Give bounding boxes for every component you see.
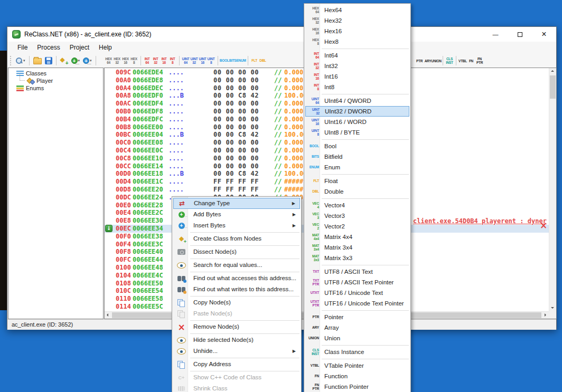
- toolbar-type-enum[interactable]: ENUM: [237, 58, 246, 63]
- toolbar-type-flt[interactable]: FLT: [250, 58, 259, 63]
- type-menu-item-matrix-3x3[interactable]: MAT3x3Matrix 3x3: [305, 253, 409, 263]
- context-menu-item-hide-selected-node-s[interactable]: Hide selected Node(s): [173, 334, 300, 346]
- type-menu-item-hex16[interactable]: HEX16Hex16: [305, 26, 409, 36]
- type-menu-item-matrix-4x4[interactable]: MAT4x4Matrix 4x4: [305, 232, 409, 242]
- type-menu-item-utf16-unicode-text-pointer[interactable]: UTXTPTRUTF16 / Unicode Text Pointer: [305, 298, 409, 309]
- type-menu-item-array[interactable]: ARYArray: [305, 322, 409, 333]
- toolbar-type-uint32[interactable]: UINT32: [190, 56, 199, 65]
- type-menu-item-vector4[interactable]: VEC4Vector4: [305, 200, 409, 211]
- type-menu-item-int16[interactable]: INT16Int16: [305, 71, 409, 82]
- type-menu-item-vtable-pointer[interactable]: VTBLVTable Pointer: [305, 360, 409, 371]
- context-menu-item-dissect-node-s[interactable]: Dissect Node(s): [173, 246, 300, 257]
- toolbar-type-hex64[interactable]: HEX64: [105, 56, 113, 65]
- context-menu-item-create-class-from-nodes[interactable]: Create Class from Nodes: [173, 233, 300, 244]
- context-menu-item-change-type[interactable]: Change Type▶: [173, 198, 300, 209]
- type-menu-item-vector3[interactable]: VEC3Vector3: [305, 211, 409, 221]
- toolbar-type-uint8[interactable]: UINT8: [207, 56, 216, 65]
- type-menu-item-enum[interactable]: ENUMEnum: [305, 162, 409, 173]
- context-menu-item-add-bytes[interactable]: Add Bytes▶: [173, 209, 300, 220]
- type-menu-item-uint8-byte[interactable]: UINT8UInt8 / BYTE: [305, 127, 409, 138]
- type-menu-item-uint16-word[interactable]: UINT16UInt16 / WORD: [305, 117, 409, 127]
- toolbar-type-bool[interactable]: BOOL: [220, 58, 229, 63]
- type-menu-item-double[interactable]: DBLDouble: [305, 186, 409, 197]
- save-project-button[interactable]: [43, 54, 54, 67]
- type-menu-item-int8[interactable]: INT8Int8: [305, 82, 409, 92]
- menu-process[interactable]: Process: [32, 42, 64, 53]
- toolbar-type-int8[interactable]: INT8: [168, 56, 177, 65]
- toolbar-type-bits[interactable]: BITS: [229, 58, 237, 63]
- type-menu-item-union[interactable]: UNIONUnion: [305, 333, 409, 343]
- vertical-scrollbar[interactable]: [549, 68, 556, 311]
- offset-cell: 00EC: [116, 225, 131, 233]
- maximize-button[interactable]: [508, 27, 532, 42]
- offset-cell: 0100: [116, 264, 131, 272]
- toolbar-type-hex8[interactable]: HEX8: [130, 56, 138, 65]
- toolbar-type-fn[interactable]: FN: [467, 58, 475, 64]
- sidebar-item-enums[interactable]: Enums: [8, 84, 103, 92]
- close-button[interactable]: ×: [532, 27, 556, 42]
- menu-file[interactable]: File: [13, 42, 32, 53]
- type-menu-item-float[interactable]: FLTFloat: [305, 176, 409, 186]
- toolbar-type-vtbl[interactable]: VTBL: [458, 58, 467, 64]
- address-cell: 0066EDEC: [133, 84, 163, 92]
- type-menu-item-utf8-ascii-text[interactable]: TXTUTF8 / ASCII Text: [305, 266, 409, 277]
- toolbar-type-int32[interactable]: INT32: [152, 56, 160, 65]
- type-menu-item-hex64[interactable]: HEX64Hex64: [305, 5, 409, 15]
- context-menu-item-copy-node-s[interactable]: Copy Node(s): [173, 297, 300, 308]
- type-menu-item-hex32[interactable]: HEX32Hex32: [305, 15, 409, 26]
- address-cell: 0066EE10: [133, 155, 163, 162]
- add-bytes-button[interactable]: + ▾: [70, 54, 82, 67]
- minimize-button[interactable]: —: [483, 27, 508, 42]
- type-menu-item-utf16-unicode-text[interactable]: UTXTUTF16 / Unicode Text: [305, 288, 409, 298]
- toolbar-type-int64[interactable]: INT64: [143, 56, 152, 65]
- scroll-left-button[interactable]: [105, 312, 112, 319]
- open-project-button[interactable]: [32, 54, 43, 67]
- type-menu-item-function[interactable]: FNFunction: [305, 371, 409, 381]
- toolbar-type-uint16[interactable]: UINT16: [199, 56, 207, 65]
- scroll-right-button[interactable]: [541, 312, 549, 319]
- toolbar-type-buttons-left: HEX64HEX32HEX16HEX8INT64INT32INT16INT8UI…: [105, 56, 267, 65]
- menu-item-label: Show C++ Code of Class: [193, 374, 261, 380]
- type-menu-item-bool[interactable]: BOOLBool: [305, 141, 409, 151]
- scroll-down-button[interactable]: [549, 304, 557, 311]
- context-menu-item-find-out-what-accesses-this-address[interactable]: Find out what accesses this address...: [173, 273, 300, 284]
- type-menu-item-int64[interactable]: INT64Int64: [305, 50, 409, 61]
- sidebar-item-player[interactable]: Player: [8, 77, 103, 84]
- toolbar-type-ptr[interactable]: PTR: [415, 58, 424, 64]
- toolbar-type-int16[interactable]: INT16: [160, 56, 168, 65]
- context-menu-item-copy-address[interactable]: Copy Address: [173, 359, 300, 370]
- attach-process-button[interactable]: ▾: [14, 54, 27, 67]
- create-class-button[interactable]: [59, 54, 70, 67]
- toolbar-type-fnptr[interactable]: FNPTR: [475, 56, 484, 65]
- context-menu-item-search-for-equal-values[interactable]: Search for equal values...: [173, 260, 300, 271]
- insert-bytes-button[interactable]: + ▾: [81, 54, 93, 67]
- toolbar-type-hex16[interactable]: HEX16: [121, 56, 130, 65]
- address-cell: 0066EE14: [133, 162, 163, 170]
- toolbar-type-hex32[interactable]: HEX32: [113, 56, 121, 65]
- toolbar-type-uint64[interactable]: UINT64: [182, 56, 190, 65]
- type-menu-item-utf8-ascii-text-pointer[interactable]: TXTPTRUTF8 / ASCII Text Pointer: [305, 277, 409, 288]
- menu-help[interactable]: Help: [94, 42, 117, 53]
- context-menu-item-insert-bytes[interactable]: Insert Bytes▶: [173, 220, 300, 231]
- type-menu-item-uint64-qword[interactable]: UINT64UInt64 / QWORD: [305, 95, 409, 106]
- type-menu-item-int32[interactable]: INT32Int32: [305, 61, 409, 71]
- scroll-up-button[interactable]: [549, 68, 557, 75]
- type-menu-item-pointer[interactable]: PTRPointer: [305, 312, 409, 322]
- title-bar[interactable]: ReClass.NET (x86) - ac_client.exe (ID: 3…: [7, 27, 556, 42]
- type-menu-item-class-instance[interactable]: CLSINSTClass Instance: [305, 347, 409, 357]
- type-menu-item-vector2[interactable]: VEC2Vector2: [305, 221, 409, 232]
- context-menu-item-find-out-what-writes-to-this-address[interactable]: Find out what writes to this address...: [173, 284, 300, 295]
- context-menu-item-remove-node-s[interactable]: Remove Node(s): [173, 321, 300, 332]
- type-menu-item-function-pointer[interactable]: FNPTRFunction Pointer: [305, 381, 409, 392]
- toolbar-type-union[interactable]: UNION: [432, 58, 441, 64]
- toolbar-type-clsinst[interactable]: CLSINST: [445, 56, 454, 65]
- type-menu-item-hex8[interactable]: HEX8Hex8: [305, 36, 409, 47]
- menu-item-label: Int64: [324, 52, 338, 59]
- menu-project[interactable]: Project: [65, 42, 94, 53]
- type-menu-item-bitfield[interactable]: BITSBitfield: [305, 151, 409, 162]
- toolbar-type-dbl[interactable]: DBL: [259, 58, 267, 63]
- vertical-scroll-thumb[interactable]: [550, 75, 556, 99]
- context-menu-item-unhide[interactable]: Unhide...▶: [173, 346, 300, 357]
- type-menu-item-uint32-dword[interactable]: UINT32UInt32 / DWORD: [305, 106, 409, 117]
- type-menu-item-matrix-3x4[interactable]: MAT3x4Matrix 3x4: [305, 242, 409, 253]
